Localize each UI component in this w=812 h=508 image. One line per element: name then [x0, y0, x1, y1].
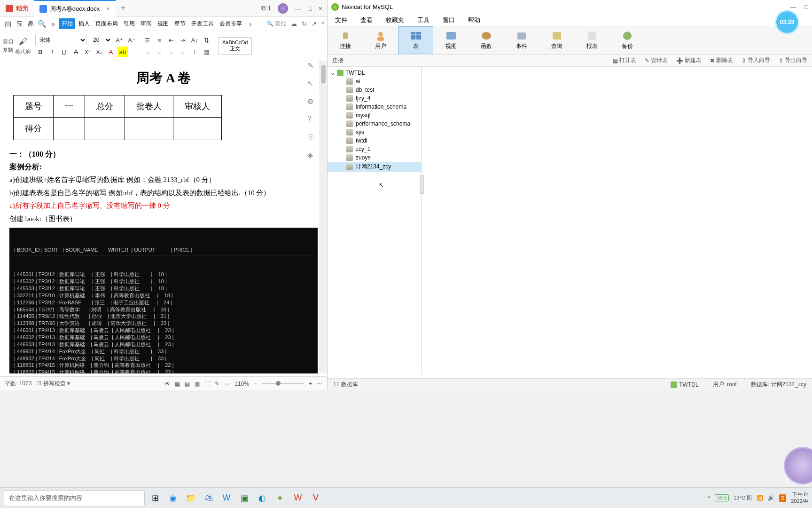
font-size-select[interactable]: 20 — [89, 35, 112, 45]
font-color-button[interactable]: A — [106, 47, 116, 57]
maximize-icon[interactable]: □ — [308, 5, 312, 12]
menu-dev[interactable]: 开发工具 — [189, 18, 216, 29]
distribute-icon[interactable]: ⫶ — [189, 47, 200, 57]
fit-icon[interactable]: ↔ — [224, 381, 230, 387]
tb-backup[interactable]: 备份 — [609, 26, 645, 54]
chevron-right-icon[interactable]: › — [245, 19, 256, 29]
taskbar-clock[interactable]: 下午 6: 2022/4/ — [791, 492, 808, 504]
minimize-icon[interactable]: — — [790, 3, 796, 10]
tb-query[interactable]: 查询 — [539, 26, 574, 54]
tree-db-item[interactable]: db_test — [328, 86, 421, 94]
tree-db-item[interactable]: performance_schema — [328, 119, 421, 128]
chevron-down-icon[interactable]: ⌄ — [330, 70, 335, 76]
menu-view[interactable]: 查看 — [360, 16, 373, 24]
task-view-icon[interactable]: ⊞ — [148, 491, 163, 506]
more-dots-icon[interactable]: ⋯ — [317, 381, 322, 387]
save-icon[interactable]: 🖫 — [14, 19, 24, 29]
menu-file[interactable]: 文件 — [335, 16, 347, 24]
zoom-value[interactable]: 110% — [234, 381, 249, 387]
bullets-icon[interactable]: ☰ — [142, 35, 153, 45]
new-table-button[interactable]: ➕ 新建表 — [676, 56, 702, 64]
zoom-in-button[interactable]: + — [309, 381, 312, 387]
navicat-task-icon[interactable]: ● — [273, 491, 288, 506]
tree-db-item[interactable]: ai — [328, 77, 421, 86]
import-wizard-button[interactable]: ⇩ 导入向导 — [742, 56, 770, 64]
tree-root-connection[interactable]: ⌄TWTDL — [328, 69, 421, 77]
export-wizard-button[interactable]: ⇧ 导出向导 — [779, 56, 807, 64]
ime-icon[interactable]: S — [779, 494, 786, 502]
delete-table-button[interactable]: ✖ 删除表 — [710, 56, 733, 64]
brush-icon[interactable]: 🖌 — [19, 37, 27, 47]
shading-icon[interactable]: ▦ — [201, 47, 211, 57]
underline-button[interactable]: U — [59, 47, 69, 57]
cloud-icon[interactable]: ☁ — [291, 20, 297, 27]
menu-start[interactable]: 开始 — [59, 18, 75, 29]
splitter-handle[interactable] — [420, 175, 424, 194]
tb-event[interactable]: 事件 — [504, 26, 539, 54]
italic-button[interactable]: I — [47, 47, 57, 57]
recording-timer[interactable]: 03:28 — [776, 11, 798, 33]
spellcheck-toggle[interactable]: ☑ 拼写检查 ▾ — [36, 380, 70, 388]
eye-icon[interactable]: 👁 — [164, 381, 170, 387]
strike-button[interactable]: A̶ — [70, 47, 81, 57]
tab-home[interactable]: 稻壳 — [0, 0, 34, 17]
comment-icon[interactable]: ☉ — [307, 133, 317, 142]
word-count[interactable]: 字数: 1073 — [5, 380, 31, 388]
sync-icon[interactable]: ↻ — [302, 20, 307, 27]
sub-button[interactable]: X₂ — [94, 47, 104, 57]
share-icon[interactable]: ↗ — [312, 20, 317, 27]
connection-tree[interactable]: ⌄TWTDL aidb_testfjzy_4information_schema… — [328, 67, 422, 374]
tree-db-item[interactable]: 计网2134_zcy — [328, 162, 421, 172]
print-icon[interactable]: 🖶 — [25, 19, 36, 29]
zoom-out-button[interactable]: − — [254, 381, 257, 387]
menu-insert[interactable]: 插入 — [76, 18, 92, 29]
tab-document[interactable]: 周考A卷docx.docx× — [34, 0, 116, 17]
fullscreen-icon[interactable]: ⛶ — [204, 381, 210, 387]
tray-expand-icon[interactable]: ^ — [708, 495, 710, 501]
menu-help[interactable]: 帮助 — [468, 16, 480, 24]
align-justify-icon[interactable]: ≡ — [178, 47, 188, 57]
scroll-thumb[interactable] — [321, 65, 326, 84]
menu-window[interactable]: 窗口 — [443, 16, 455, 24]
wifi-icon[interactable]: 📶 — [757, 495, 763, 501]
layout-web-icon[interactable]: ▥ — [195, 381, 200, 387]
maximize-icon[interactable]: □ — [804, 3, 808, 10]
copy-button[interactable]: 复制 — [3, 47, 13, 54]
format-painter[interactable]: 格式刷 — [15, 48, 31, 55]
close-window-icon[interactable]: × — [319, 5, 322, 12]
layout-page-icon[interactable]: ▦ — [175, 381, 180, 387]
taskbar-search[interactable]: 在这里输入你要搜索的内容 — [4, 490, 145, 506]
cut-button[interactable]: 剪切 — [3, 38, 13, 45]
tree-db-item[interactable]: fjzy_4 — [328, 94, 421, 103]
browser-icon[interactable]: ◐ — [255, 491, 270, 506]
bold-button[interactable]: B — [35, 47, 46, 57]
highlight-button[interactable]: ab — [117, 47, 128, 57]
tb-function[interactable]: 函数 — [468, 26, 504, 54]
menu-layout[interactable]: 页面布局 — [93, 18, 120, 29]
user-avatar[interactable] — [278, 3, 288, 14]
preview-icon[interactable]: 🔍 — [37, 19, 47, 29]
sort-icon[interactable]: A↓ — [189, 35, 200, 45]
battery-indicator[interactable]: 99% — [715, 494, 729, 501]
bookmark-icon[interactable]: ◈ — [307, 151, 317, 160]
align-left-icon[interactable]: ≡ — [142, 47, 153, 57]
layout-outline-icon[interactable]: ▤ — [185, 381, 190, 387]
minimize-icon[interactable]: — — [295, 5, 301, 12]
wps-task-icon[interactable]: W — [290, 491, 305, 506]
menu-tools[interactable]: 工具 — [417, 16, 429, 24]
style-preview[interactable]: AaBbCcDd 正文 — [218, 37, 252, 55]
tree-db-item[interactable]: sys — [328, 128, 421, 136]
search-input[interactable]: 🔍 查找 — [266, 20, 286, 28]
menu-review[interactable]: 审阅 — [138, 18, 154, 29]
menu-vip[interactable]: 会员专享 — [217, 18, 244, 29]
pencil-icon[interactable]: ✎ — [307, 61, 317, 71]
close-icon[interactable]: × — [106, 5, 110, 13]
open-table-button[interactable]: ▦ 打开表 — [613, 56, 636, 64]
tree-db-item[interactable]: twtdl — [328, 136, 421, 145]
help-icon[interactable]: ? — [307, 115, 317, 124]
super-button[interactable]: X² — [82, 47, 93, 57]
font-family-select[interactable]: 宋体 — [35, 35, 87, 45]
pointer-icon[interactable]: ↖ — [307, 79, 317, 88]
app-icon[interactable]: ▣ — [237, 491, 252, 506]
tree-db-item[interactable]: zuoye — [328, 153, 421, 162]
